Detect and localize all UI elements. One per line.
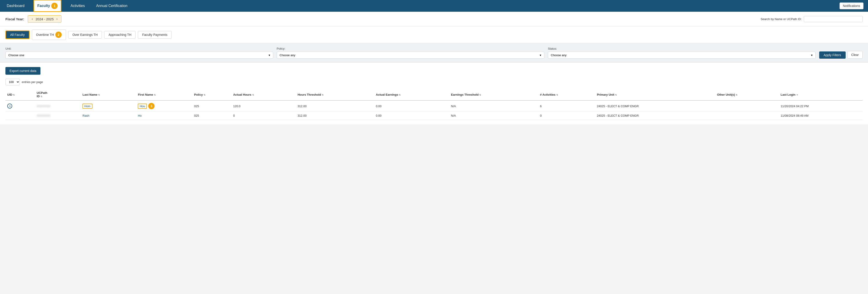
tabs-bar: All Faculty Overtime TH 2 Over Earnings … xyxy=(0,26,868,43)
tab-approaching-th[interactable]: Approaching TH xyxy=(104,31,135,39)
earnings-threshold-cell: N/A xyxy=(449,112,538,120)
filter-unit-select[interactable]: Choose one ▾ xyxy=(5,52,273,59)
actual-hours-cell: 0 xyxy=(231,112,296,120)
last-name-cell[interactable]: Rash xyxy=(81,112,136,120)
filter-actions: Apply Filters Clear xyxy=(819,51,863,59)
col-first-name[interactable]: First Name⇅ xyxy=(136,89,192,100)
sort-icon-actual-hours: ⇅ xyxy=(252,94,254,96)
filter-status-label: Status: xyxy=(548,47,815,50)
nav-item-dashboard[interactable]: Dashboard xyxy=(4,1,27,11)
policy-cell: 025 xyxy=(192,112,231,120)
first-name-link[interactable]: Ho xyxy=(138,114,142,117)
fiscal-year-label: Fiscal Year: xyxy=(5,17,24,21)
col-ucpath-id[interactable]: UCPath ID⇅ xyxy=(35,89,81,100)
primary-unit-cell: 24025 - ELECT & COMP ENGR xyxy=(595,112,715,120)
first-name-cell[interactable]: Hou3 xyxy=(136,100,192,112)
actual-earnings-cell: 0.00 xyxy=(374,100,449,112)
search-label: Search by Name or UCPath ID: xyxy=(761,17,802,21)
col-last-login[interactable]: Last Login▼ xyxy=(779,89,863,100)
tab-overtime-th[interactable]: Overtime TH 2 xyxy=(32,30,66,40)
col-other-units[interactable]: Other Unit(s)⇅ xyxy=(715,89,779,100)
filter-policy-value: Choose any xyxy=(280,53,295,57)
entries-label: entries per page xyxy=(22,80,43,84)
col-actual-hours[interactable]: Actual Hours⇅ xyxy=(231,89,296,100)
hours-threshold-cell: 312.00 xyxy=(296,100,374,112)
first-name-highlighted[interactable]: Hou xyxy=(138,104,147,109)
filter-unit: Unit: Choose one ▾ xyxy=(5,47,273,59)
filter-policy-arrow: ▾ xyxy=(540,53,541,57)
policy-cell: 025 xyxy=(192,100,231,112)
other-units-cell xyxy=(715,112,779,120)
tab-over-earnings-th[interactable]: Over Earnings TH xyxy=(68,31,102,39)
filter-status: Status: Choose any ▾ xyxy=(548,47,815,59)
sort-icon-hours-threshold: ⇅ xyxy=(322,94,323,96)
fiscal-nav: ‹ 2024 - 2025 › xyxy=(28,15,61,23)
tab-all-faculty[interactable]: All Faculty xyxy=(5,31,30,39)
faculty-table: UID⇅ UCPath ID⇅ Last Name⇅ First Name⇅ P… xyxy=(5,89,863,120)
table-row: XXXXXXXRashHo0250312.000.00N/A024025 - E… xyxy=(5,112,863,120)
uid-cell xyxy=(5,112,35,120)
other-units-cell xyxy=(715,100,779,112)
sort-icon-earnings-threshold: ⇅ xyxy=(479,94,481,96)
last-name-cell[interactable]: Hom xyxy=(81,100,136,112)
filter-status-arrow: ▾ xyxy=(811,53,813,57)
fiscal-prev-button[interactable]: ‹ xyxy=(31,17,34,21)
fiscal-next-button[interactable]: › xyxy=(56,17,59,21)
entries-per-page-select[interactable]: 10 25 50 100 xyxy=(5,79,20,85)
ucpath-id-cell: XXXXXXX xyxy=(35,112,81,120)
step-badge-1: 1 xyxy=(51,3,58,9)
apply-filters-button[interactable]: Apply Filters xyxy=(819,51,846,59)
col-num-activities[interactable]: # Activities⇅ xyxy=(538,89,595,100)
sort-icon-uid: ⇅ xyxy=(13,94,15,96)
primary-unit-cell: 24025 - ELECT & COMP ENGR xyxy=(595,100,715,112)
filter-unit-value: Choose one xyxy=(8,53,24,57)
num-activities-cell: 0 xyxy=(538,112,595,120)
filter-status-value: Choose any xyxy=(551,53,566,57)
last-name-link[interactable]: Rash xyxy=(83,114,89,117)
nav-item-faculty[interactable]: Faculty 1 xyxy=(33,0,61,12)
first-name-cell[interactable]: Ho xyxy=(136,112,192,120)
notifications-button[interactable]: Notifications xyxy=(840,2,864,9)
sort-icon-other-units: ⇅ xyxy=(736,94,737,96)
sort-icon-first-name: ⇅ xyxy=(154,94,156,96)
nav-item-activities[interactable]: Activities xyxy=(68,1,87,11)
filter-unit-arrow: ▾ xyxy=(269,53,270,57)
col-primary-unit[interactable]: Primary Unit⇅ xyxy=(595,89,715,100)
step-badge-3: 3 xyxy=(148,103,155,109)
table-row: ⊙XXXXXXXHomHou3025120.0312.000.00N/A6240… xyxy=(5,100,863,112)
nav-bar: Dashboard Faculty 1 ms Activities Annual… xyxy=(0,0,868,12)
col-policy[interactable]: Policy⇅ xyxy=(192,89,231,100)
actual-earnings-cell: 0.00 xyxy=(374,112,449,120)
col-actual-earnings[interactable]: Actual Earnings⇅ xyxy=(374,89,449,100)
entries-row: 10 25 50 100 entries per page xyxy=(5,79,863,85)
search-section: Search by Name or UCPath ID: xyxy=(761,16,863,22)
clear-filters-button[interactable]: Clear xyxy=(847,51,863,59)
sort-icon-primary-unit: ⇅ xyxy=(615,94,617,96)
last-login-cell: 11/20/2024 04:22 PM xyxy=(779,100,863,112)
sort-icon-last-name: ⇅ xyxy=(98,94,100,96)
search-input[interactable] xyxy=(804,16,863,22)
sort-icon-last-login: ▼ xyxy=(796,94,798,96)
sort-icon-policy: ⇅ xyxy=(204,94,205,96)
export-button[interactable]: Export current data xyxy=(5,67,40,75)
uid-icon[interactable]: ⊙ xyxy=(7,104,12,109)
filter-status-select[interactable]: Choose any ▾ xyxy=(548,52,815,59)
ucpath-id-cell: XXXXXXX xyxy=(35,100,81,112)
col-last-name[interactable]: Last Name⇅ xyxy=(81,89,136,100)
filter-policy-select[interactable]: Choose any ▾ xyxy=(277,52,545,59)
actual-hours-cell: 120.0 xyxy=(231,100,296,112)
filter-policy: Policy: Choose any ▾ xyxy=(277,47,545,59)
sort-icon-activities: ⇅ xyxy=(556,94,558,96)
hours-threshold-cell: 312.00 xyxy=(296,112,374,120)
col-earnings-threshold[interactable]: Earnings Threshold⇅ xyxy=(449,89,538,100)
col-hours-threshold[interactable]: Hours Threshold⇅ xyxy=(296,89,374,100)
sort-icon-ucpath: ⇅ xyxy=(40,95,42,98)
filters-bar: Unit: Choose one ▾ Policy: Choose any ▾ … xyxy=(0,43,868,63)
nav-item-annual-certification[interactable]: Annual Certification xyxy=(94,1,130,11)
earnings-threshold-cell: N/A xyxy=(449,100,538,112)
tab-faculty-payments[interactable]: Faculty Payments xyxy=(138,31,172,39)
tab-overtime-th-label: Overtime TH xyxy=(36,33,54,37)
col-uid[interactable]: UID⇅ xyxy=(5,89,35,100)
last-login-cell: 11/08/2024 08:49 AM xyxy=(779,112,863,120)
last-name-highlighted[interactable]: Hom xyxy=(83,104,92,109)
